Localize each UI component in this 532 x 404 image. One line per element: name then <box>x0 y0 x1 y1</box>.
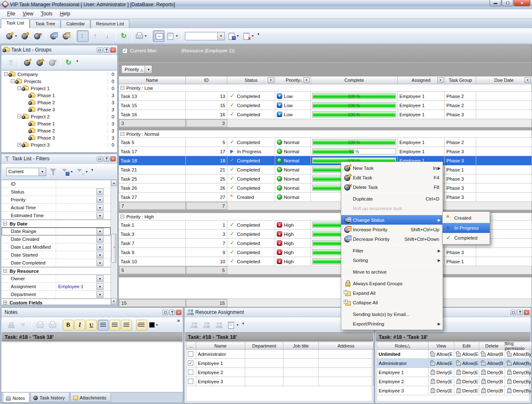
filter-row-assignment[interactable]: AssignmentEmployee 1▼ <box>2 283 111 291</box>
menu-item-collapse-all[interactable]: Collapse All <box>341 298 443 307</box>
menu-item-edit-task[interactable]: Edit TaskF4 <box>341 173 443 182</box>
menu-item-roll-up-recurrence-task[interactable]: Roll up recurrence task <box>341 203 443 213</box>
filter-dropdown-icon[interactable]: ▼ <box>96 252 103 258</box>
layout-combo-caret-icon[interactable]: ▼ <box>217 32 224 40</box>
menu-item-new-task[interactable]: New TaskIns▶ <box>341 163 443 173</box>
collapse-icon[interactable]: − <box>4 72 8 76</box>
resource-checkbox[interactable] <box>188 379 193 384</box>
expand-icon[interactable]: + <box>3 301 7 304</box>
column-filter-icon[interactable]: ▼ <box>437 77 443 83</box>
filter-dropdown-icon[interactable]: ▼ <box>96 283 103 290</box>
align-center-button[interactable] <box>109 320 120 331</box>
expand-icon[interactable]: + <box>17 143 21 147</box>
task-row-task-27[interactable]: Task 2727CreatedNormalPhase 3 <box>119 193 532 202</box>
notes-tab-task-history[interactable]: Task history <box>30 393 69 402</box>
task-row-task-18[interactable]: Task 1818CompletedNormal100 %Employee 1P… <box>119 156 532 165</box>
underline-button[interactable]: U <box>86 320 97 331</box>
menu-item-always-expand-groups[interactable]: Always Expand Groups <box>341 279 443 288</box>
refresh-groups-button[interactable] <box>63 57 74 69</box>
tree-item-phase-1[interactable]: −Phase 13 <box>2 120 117 127</box>
restore-button[interactable] <box>502 0 513 6</box>
assign-resource-button[interactable] <box>189 319 200 331</box>
menu-item-decrease-priority[interactable]: Decrease PriorityShift+Ctrl+Down <box>341 234 443 244</box>
column-filter-icon[interactable]: ▼ <box>525 77 531 83</box>
filter-dropdown-icon[interactable]: ▼ <box>96 212 103 219</box>
collapse-icon[interactable]: − <box>121 86 124 90</box>
menu-item-export-printing[interactable]: Export/Printing▶ <box>341 319 443 328</box>
permissions-close-button[interactable]: × <box>524 310 530 315</box>
notes-pin-button[interactable] <box>169 310 175 315</box>
groups-restore-button[interactable] <box>97 47 103 53</box>
print-preview-button[interactable] <box>34 319 46 331</box>
filters-scrollbar[interactable]: ▲ ▼ <box>111 180 117 304</box>
filter-dropdown-icon[interactable]: ▼ <box>96 275 103 282</box>
sort-ascending-button[interactable] <box>89 30 101 42</box>
tree-item-project-2[interactable]: −Project 20 <box>2 113 117 120</box>
groups-overflow-icon[interactable]: ▼ <box>76 59 79 63</box>
filter-row-owner[interactable]: Owner▼ <box>2 275 111 283</box>
tree-item-phase-1[interactable]: −Phase 13 <box>2 92 117 99</box>
column-filter-icon[interactable]: ▼ <box>303 77 310 83</box>
column-header-due-date[interactable]: Due Date▼ <box>476 76 532 84</box>
perm-column-edit[interactable]: Edit <box>454 342 479 350</box>
change-priority-button[interactable] <box>61 30 72 42</box>
change-status-button[interactable] <box>48 30 60 42</box>
filter-dropdown-icon[interactable]: ▼ <box>96 228 103 235</box>
resource-column-department[interactable]: Department <box>245 342 283 350</box>
filter-row-date-last-modified[interactable]: Date Last Modified▼ <box>2 243 111 251</box>
print-note-button[interactable] <box>47 319 58 331</box>
resource-column-address[interactable]: Address <box>319 342 374 350</box>
clear-filter-button[interactable]: ▼ <box>75 166 89 178</box>
tab-task-tree[interactable]: Task Tree <box>30 20 61 28</box>
resource-row-administrator[interactable]: Administrator <box>186 350 372 359</box>
delete-note-button[interactable] <box>18 319 30 331</box>
edit-resource-button[interactable] <box>201 319 213 331</box>
filter-row-id[interactable]: ID <box>2 180 111 188</box>
notes-editor[interactable] <box>2 342 182 392</box>
delete-layout-button[interactable]: ▼ <box>241 30 256 42</box>
print-button[interactable]: ▼ <box>134 30 148 42</box>
minimize-button[interactable]: ▬ <box>490 0 501 6</box>
filter-group-by-resource[interactable]: −By Resource <box>2 267 111 275</box>
resource-row-employee-3[interactable]: Employee 3 <box>186 377 372 386</box>
filter-row-status[interactable]: Status▼ <box>2 188 111 196</box>
new-group-button[interactable] <box>22 57 33 69</box>
resource-column-check[interactable]: ... <box>186 342 196 350</box>
filter-groups-button[interactable] <box>5 57 17 69</box>
new-task-button[interactable]: ▼ <box>5 30 19 42</box>
filter-preset-caret-icon[interactable]: ▼ <box>39 168 46 176</box>
tab-resource-list[interactable]: Resource List <box>91 20 129 28</box>
tab-task-list[interactable]: Task List <box>1 19 30 28</box>
resource-column-name[interactable]: Name <box>196 342 245 350</box>
report-view-button[interactable]: ▼ <box>165 30 180 42</box>
submenu-item-completed[interactable]: Completed <box>443 233 490 243</box>
column-header-id[interactable]: ID <box>186 76 227 84</box>
filter-group-custom-fields[interactable]: +Custom Fields <box>2 299 111 304</box>
delete-task-button[interactable] <box>32 30 44 42</box>
filter-row-department[interactable]: Department▼ <box>2 291 111 299</box>
menu-item-duplicate[interactable]: DuplicateCtrl+D <box>341 194 443 203</box>
tree-item-project-3[interactable]: +Project 30 <box>2 141 117 148</box>
filters-overflow-icon[interactable]: ▼ <box>91 168 94 172</box>
save-filter-button[interactable]: ▼ <box>60 166 74 178</box>
align-left-button[interactable] <box>98 320 108 331</box>
tree-item-phase-2[interactable]: −Phase 23 <box>2 127 117 134</box>
task-row-task-10[interactable]: Task 1010Completed▲High100 %Phase 1 <box>119 257 532 266</box>
column-header-task-group[interactable]: Task Group <box>445 76 476 84</box>
filter-dropdown-icon[interactable]: ▼ <box>96 236 103 242</box>
task-row-task-25[interactable]: Task 2525CompletedNormal100 %Phase 3 <box>119 174 532 184</box>
filter-preset-combo[interactable]: Current ▼ <box>6 168 46 176</box>
group-by-chip[interactable]: Priority△ ▼ <box>121 65 152 73</box>
filter-dropdown-icon[interactable]: ▼ <box>96 204 103 211</box>
column-header-name[interactable]: Name <box>119 76 186 84</box>
perm-column-view[interactable]: View <box>429 342 454 350</box>
filter-dropdown-icon[interactable]: ▼ <box>96 291 103 298</box>
filter-row-priority[interactable]: Priority▼ <box>2 196 111 204</box>
filter-group-by-date[interactable]: −By Date <box>2 220 111 228</box>
refresh-button[interactable] <box>118 30 130 42</box>
menu-item-filter[interactable]: Filter▶ <box>341 246 443 255</box>
permissions-pin-button[interactable] <box>517 310 523 315</box>
tree-item-company[interactable]: −Company0 <box>2 71 117 78</box>
filter-row-actual-time[interactable]: Actual Time▼ <box>2 204 111 212</box>
filter-dropdown-icon[interactable]: ▼ <box>96 260 103 266</box>
